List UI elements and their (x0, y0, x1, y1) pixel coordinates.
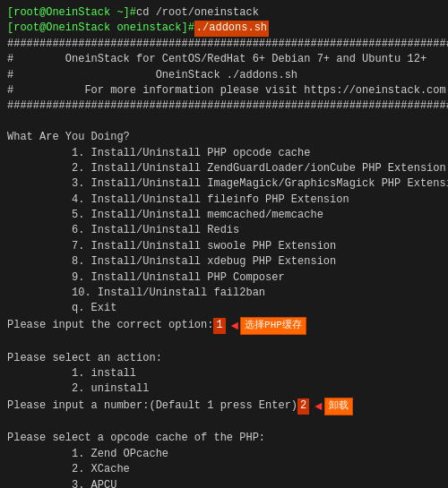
opt9: 9. Install/Uninstall PHP Composer (7, 270, 441, 286)
input1-row: Please input the correct option: 1 ◄ 选择P… (7, 317, 441, 335)
header3: # For more information please visit http… (7, 83, 441, 98)
prompt1: [root@OneinStack ~]# (7, 5, 136, 21)
hash-line1: ########################################… (7, 37, 441, 52)
opt3: 3. Install/Uninstall ImageMagick/Graphic… (7, 176, 441, 192)
opt2: 2. Install/Uninstall ZendGuardLoader/ion… (7, 161, 441, 176)
action2: 2. uninstall (7, 381, 441, 397)
what-doing: What Are You Doing? (7, 130, 441, 145)
cmd2-line: [root@OneinStack oneinstack]# ./addons.s… (7, 21, 441, 36)
input2-label: Please input a number:(Default 1 press E… (7, 398, 297, 414)
cmd2-text: ./addons.sh (194, 21, 269, 36)
annotation1-container: ◄ 选择PHP缓存 (231, 317, 306, 335)
annotation2-text: 卸载 (324, 398, 353, 415)
opt7: 7. Install/Uninstall swoole PHP Extensio… (7, 239, 441, 254)
prompt2: [root@OneinStack oneinstack]# (7, 21, 194, 36)
opt10: 10. Install/Uninstall fail2ban (7, 286, 441, 301)
select-action: Please select an action: (7, 351, 441, 366)
blank1 (7, 115, 441, 130)
annotation1-text: 选择PHP缓存 (240, 317, 306, 335)
annotation2-container: ◄ 卸载 (314, 398, 352, 415)
opcode1: 1. Zend OPcache (7, 447, 441, 462)
blank3 (7, 415, 441, 431)
input2-row: Please input a number:(Default 1 press E… (7, 398, 441, 415)
opt8: 8. Install/Uninstall xdebug PHP Extensio… (7, 254, 441, 270)
arrow2-icon: ◄ (314, 398, 322, 415)
cmd1-text: cd /root/oneinstack (136, 5, 259, 21)
cmd1-line: [root@OneinStack ~]# cd /root/oneinstack (7, 5, 441, 21)
header1: # OneinStack for CentOS/RedHat 6+ Debian… (7, 52, 441, 67)
action1: 1. install (7, 366, 441, 381)
opt5: 5. Install/Uninstall memcached/memcache (7, 208, 441, 223)
terminal: [root@OneinStack ~]# cd /root/oneinstack… (0, 0, 448, 488)
opt4: 4. Install/Uninstall fileinfo PHP Extens… (7, 193, 441, 208)
select-opcode: Please select a opcode cache of the PHP: (7, 431, 441, 446)
opcode3: 3. APCU (7, 478, 441, 488)
opt1: 1. Install/Uninstall PHP opcode cache (7, 146, 441, 161)
optq: q. Exit (7, 301, 441, 316)
header2: # OneinStack ./addons.sh # (7, 68, 441, 83)
hash-line2: ########################################… (7, 98, 441, 114)
opcode2: 2. XCache (7, 462, 441, 477)
arrow1-icon: ◄ (231, 317, 238, 335)
input2-value: 2 (297, 398, 309, 414)
input1-value: 1 (213, 318, 225, 333)
input1-label: Please input the correct option: (7, 318, 213, 333)
blank2 (7, 335, 441, 350)
opt6: 6. Install/Uninstall Redis (7, 223, 441, 238)
